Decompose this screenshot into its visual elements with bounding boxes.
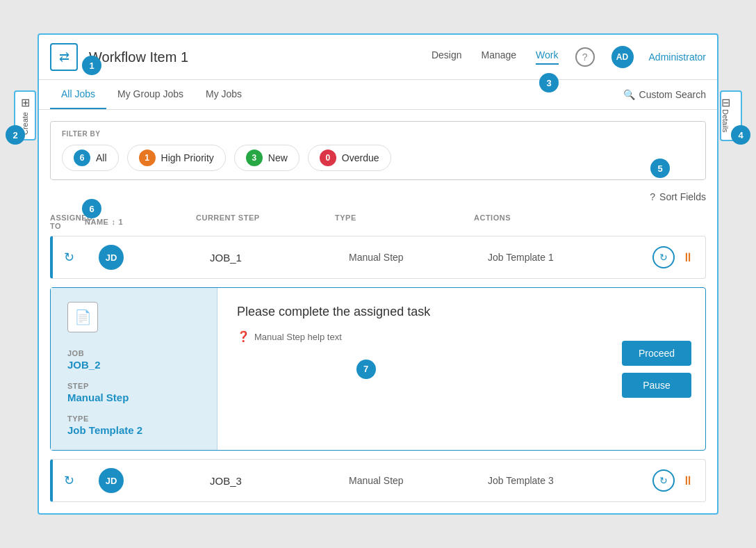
nav-manage[interactable]: Manage [482,49,517,65]
filter-all-label: All [96,152,107,163]
callout-1: 1 [82,56,101,75]
filter-overdue-label: Overdue [342,152,379,163]
user-name[interactable]: Administrator [649,51,706,63]
main-container: 1 2 3 4 5 6 ⇄ Workflow Item 1 Design Man… [38,33,718,515]
help-icon[interactable]: ? [575,47,595,67]
job2-task-message: Please complete the assigned task [237,305,589,319]
filter-overdue-badge: 0 [320,150,336,166]
header: ⇄ Workflow Item 1 Design Manage Work ? A… [39,35,717,80]
user-avatar: AD [611,46,634,68]
job2-step-value: Manual Step [67,392,200,403]
filter-options: 6 All 1 High Priority 3 New 0 Overdue [62,145,694,171]
job2-detail-panel: 📄 JOB JOB_2 STEP Manual Step TYPE Job Te… [51,288,217,450]
job2-action-buttons: Proceed Pause [608,288,705,450]
job-row-3: ↻ JD JOB_3 Manual Step Job Template 3 ↻ … [50,459,706,502]
proceed-button[interactable]: Proceed [622,341,691,366]
job2-help-text: ❓ Manual Step help text [237,330,589,343]
filter-overdue[interactable]: 0 Overdue [308,145,391,171]
job-row-1: ↻ JD JOB_1 Manual Step Job Template 1 ↻ … [50,236,706,279]
job1-avatar: JD [99,245,124,270]
tab-my-jobs[interactable]: My Jobs [195,80,253,109]
callout-7: 7 [356,360,376,379]
job3-refresh: ↻ [64,473,99,488]
col-type: TYPE [335,213,474,230]
job2-job-section: JOB JOB_2 [67,349,200,371]
callout-2: 2 [6,125,25,145]
job3-type: Job Template 3 [488,475,627,486]
job2-document-icon: 📄 [67,302,98,332]
filter-new-badge: 3 [246,150,263,166]
job3-avatar: JD [99,468,124,493]
details-label: Details [721,109,730,133]
pause-button[interactable]: Pause [622,373,691,398]
help-text-icon: ❓ [237,330,250,343]
callout-4: 4 [731,125,750,145]
callout-5: 5 [650,159,670,178]
callout-3: 3 [539,73,559,92]
job1-name: JOB_1 [210,252,349,264]
app-title: Workflow Item 1 [89,49,420,65]
filter-high-priority-label: High Priority [161,152,214,163]
filter-high-priority[interactable]: 1 High Priority [127,145,226,171]
sort-fields-label: Sort Fields [659,191,706,202]
logo-button[interactable]: ⇄ [50,43,78,71]
job2-job-label: JOB [67,349,200,357]
job2-type-label: TYPE [67,414,200,423]
job3-run-button[interactable]: ↻ [652,469,675,492]
tab-my-group-jobs[interactable]: My Group Jobs [106,80,195,109]
job3-pause-button[interactable]: ⏸ [682,474,694,488]
job2-type-section: TYPE Job Template 2 [67,414,200,436]
table-header: ASSIGNED TO NAME ↕ 1 CURRENT STEP TYPE A… [39,208,717,236]
job2-task-area: Please complete the assigned task ❓ Manu… [237,305,589,343]
search-icon: 🔍 [623,89,635,100]
job1-run-button[interactable]: ↻ [652,246,675,268]
job2-job-value: JOB_2 [67,359,200,371]
col-actions: ACTIONS [474,213,613,230]
job3-name: JOB_3 [210,475,349,487]
filter-all-badge: 6 [74,150,90,166]
job-row-2-expanded: 📄 JOB JOB_2 STEP Manual Step TYPE Job Te… [50,287,706,451]
job2-task-panel: 7 Please complete the assigned task ❓ Ma… [217,288,608,450]
job2-help-text-label: Manual Step help text [254,332,342,342]
filter-all[interactable]: 6 All [62,145,119,171]
filter-label: FILTER BY [62,130,694,138]
job1-actions: ↻ ⏸ [627,246,694,268]
col-name[interactable]: NAME ↕ 1 [85,213,196,230]
col-current-step: CURRENT STEP [196,213,335,230]
job2-step-label: STEP [67,382,200,390]
create-icon: ⊞ [21,96,30,109]
filter-section: FILTER BY 6 All 1 High Priority 3 New 0 … [50,121,706,180]
callout-6: 6 [82,199,101,218]
job3-step: Manual Step [349,475,488,486]
filter-high-priority-badge: 1 [139,150,156,166]
custom-search-label: Custom Search [639,89,706,100]
job1-type: Job Template 1 [488,252,627,263]
tabs-container: All Jobs My Group Jobs My Jobs 🔍 Custom … [39,80,717,110]
custom-search[interactable]: 🔍 Custom Search [623,89,706,100]
sort-help-icon: ? [650,191,655,202]
sort-fields[interactable]: ? Sort Fields [50,191,706,202]
job3-actions: ↻ ⏸ [627,469,694,492]
col-assigned-to: ASSIGNED TO [50,213,85,230]
nav-work[interactable]: Work [536,49,558,65]
filter-new-label: New [268,152,288,163]
job1-step: Manual Step [349,252,488,263]
filter-new[interactable]: 3 New [234,145,299,171]
details-icon: ⊟ [721,97,730,108]
job1-pause-button[interactable]: ⏸ [682,250,694,265]
job1-refresh: ↻ [64,250,99,265]
nav-links: Design Manage Work [432,49,559,65]
tab-all-jobs[interactable]: All Jobs [50,80,106,109]
nav-design[interactable]: Design [432,49,462,65]
job2-type-value: Job Template 2 [67,424,200,436]
job2-step-section: STEP Manual Step [67,382,200,403]
